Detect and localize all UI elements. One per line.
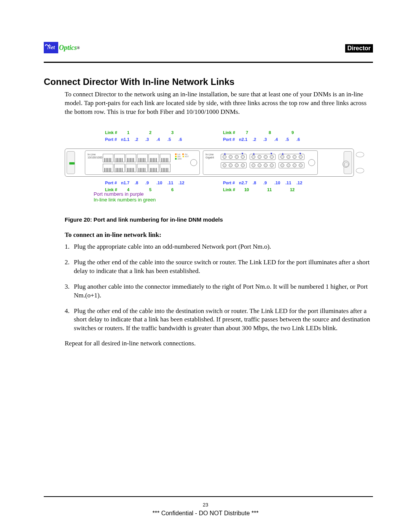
procedure-steps: Plug the appropriate cable into an odd-n… bbox=[65, 243, 373, 333]
port-num: .5 bbox=[285, 137, 289, 142]
port-num: n1.7 bbox=[121, 181, 129, 185]
header-rule bbox=[44, 62, 373, 63]
port-num: .12 bbox=[296, 181, 302, 185]
link-num: 7 bbox=[246, 130, 248, 135]
logo-optics-text: Optics bbox=[59, 44, 77, 52]
port-num: n1.1 bbox=[121, 137, 129, 142]
port-num: .4 bbox=[274, 137, 278, 142]
footer-rule bbox=[44, 496, 373, 497]
step: Plug the other end of the cable into the… bbox=[65, 258, 373, 276]
fiber-ports: ▲▼ ▲▼ ▲▼ bbox=[221, 154, 304, 168]
port-num: .8 bbox=[135, 181, 138, 185]
port-num: .6 bbox=[296, 137, 300, 142]
endcap-right bbox=[344, 151, 352, 174]
page-footer: 23 *** Confidential - DO NOT Distribute … bbox=[0, 502, 411, 517]
page-number: 23 bbox=[0, 502, 411, 508]
link-num: 4 bbox=[127, 187, 129, 192]
port-num: .5 bbox=[167, 137, 171, 142]
link-num: 10 bbox=[244, 187, 249, 192]
diagram: Link # 1 2 3 Port # n1.1 .2 .3 .4 .5 .6 … bbox=[65, 130, 354, 158]
port-num: .11 bbox=[167, 181, 173, 185]
procedure-heading: To connect an in-line network link: bbox=[65, 231, 373, 239]
screw-icon bbox=[308, 159, 315, 166]
link-num: 8 bbox=[269, 130, 271, 135]
port-label: Port # bbox=[105, 137, 117, 142]
endcap-left bbox=[67, 151, 75, 174]
section-title: Connect Director With In-line Network Li… bbox=[44, 77, 373, 87]
registered-icon: ® bbox=[77, 46, 80, 50]
intro-paragraph: To connect Director to the network using… bbox=[65, 90, 373, 117]
link-label: Link # bbox=[105, 130, 117, 135]
link-num: 12 bbox=[290, 187, 295, 192]
link-label: Link # bbox=[223, 187, 235, 192]
step: Plug the appropriate cable into an odd-n… bbox=[65, 243, 373, 251]
port-num: .6 bbox=[178, 137, 182, 142]
brand-logo: ~ Net Optics ® bbox=[44, 42, 80, 53]
logo-net-box: ~ Net bbox=[44, 42, 58, 53]
port-num: .3 bbox=[145, 137, 149, 142]
port-label: Port # bbox=[223, 137, 235, 142]
mount-hole-icon bbox=[356, 152, 364, 157]
link-num: 2 bbox=[149, 130, 151, 135]
dnm-module-fiber: In-Line Gigabit ▲▼ ▲▼ ▲▼ bbox=[203, 150, 318, 175]
screw-icon bbox=[342, 161, 349, 168]
port-num: .11 bbox=[285, 181, 291, 185]
link-label: Link # bbox=[105, 187, 117, 192]
link-num: 5 bbox=[149, 187, 151, 192]
body: To connect Director to the network using… bbox=[65, 90, 373, 347]
port-label: Port # bbox=[105, 181, 117, 185]
module-label: In-Line Gigabit bbox=[206, 153, 214, 159]
page-header: ~ Net Optics ® Director bbox=[44, 42, 373, 60]
led-block: Lnk Act 100 HOT 1000 bbox=[175, 153, 189, 160]
port-label: Port # bbox=[223, 181, 235, 185]
port-num: .10 bbox=[156, 181, 162, 185]
link-num: 1 bbox=[127, 130, 129, 135]
repeat-note: Repeat for all desired in-line network c… bbox=[65, 340, 373, 347]
product-badge: Director bbox=[345, 44, 373, 53]
link-label: Link # bbox=[223, 130, 235, 135]
figure: Link # 1 2 3 Port # n1.1 .2 .3 .4 .5 .6 … bbox=[65, 130, 373, 223]
link-num: 6 bbox=[171, 187, 174, 192]
mount-hole-icon bbox=[356, 168, 364, 173]
port-num: .4 bbox=[156, 137, 160, 142]
legend-purple: Port numbers in purple bbox=[94, 191, 373, 197]
port-num: n2.1 bbox=[239, 137, 247, 142]
port-num: .3 bbox=[263, 137, 267, 142]
port-num: n2.7 bbox=[239, 181, 247, 185]
link-num: 3 bbox=[171, 130, 174, 135]
port-num: .12 bbox=[178, 181, 184, 185]
screw-icon bbox=[190, 159, 197, 166]
step: Plug another cable into the connector im… bbox=[65, 283, 373, 300]
port-num: .9 bbox=[145, 181, 149, 185]
power-led-icon bbox=[69, 162, 75, 165]
port-num: .10 bbox=[274, 181, 280, 185]
step: Plug the other end of the cable into the… bbox=[65, 307, 373, 333]
tilde-icon: ~ bbox=[45, 40, 50, 51]
port-num: .2 bbox=[253, 137, 256, 142]
legend-green: In-line link numbers in green bbox=[94, 197, 373, 203]
port-num: .2 bbox=[135, 137, 138, 142]
link-num: 9 bbox=[292, 130, 294, 135]
diagram-legend: Port numbers in purple In-line link numb… bbox=[94, 191, 373, 203]
link-num: 11 bbox=[267, 187, 272, 192]
copper-ports bbox=[103, 154, 171, 172]
chassis: In-Line 10/100/1000 Lnk Act 100 HOT 1000 bbox=[65, 149, 354, 177]
module-label: In-Line 10/100/1000 bbox=[88, 153, 102, 159]
port-num: .8 bbox=[253, 181, 256, 185]
dnm-module-copper: In-Line 10/100/1000 Lnk Act 100 HOT 1000 bbox=[85, 150, 200, 175]
port-num: .9 bbox=[263, 181, 267, 185]
page: ~ Net Optics ® Director Connect Director… bbox=[0, 0, 411, 532]
confidential-notice: *** Confidential - DO NOT Distribute *** bbox=[0, 510, 411, 517]
figure-caption: Figure 20: Port and link numbering for i… bbox=[65, 216, 373, 223]
